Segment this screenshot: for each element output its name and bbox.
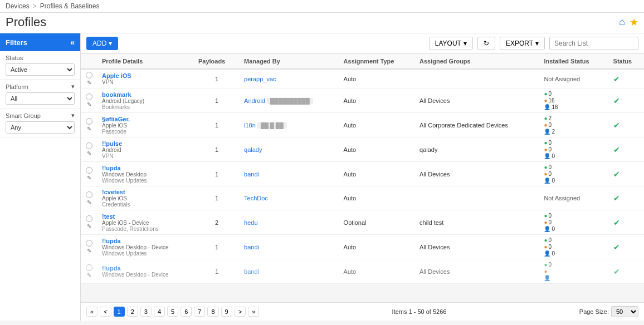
edit-icon[interactable]: ✎ xyxy=(87,248,91,254)
row-controls: ✎ xyxy=(81,210,97,235)
search-input[interactable] xyxy=(549,37,638,50)
row-radio[interactable] xyxy=(86,191,92,198)
page-9-button[interactable]: 9 xyxy=(221,307,232,317)
row-controls: ✎ xyxy=(81,69,97,88)
edit-icon[interactable]: ✎ xyxy=(87,101,91,107)
profile-name[interactable]: !test xyxy=(102,213,189,220)
row-radio[interactable] xyxy=(86,215,92,222)
profile-details-cell: !cvetest Apple iOS Credentials xyxy=(97,186,194,210)
profile-platform: Android (Legacy) xyxy=(102,98,189,104)
page-next-button[interactable]: > xyxy=(235,307,246,317)
row-radio[interactable] xyxy=(86,142,92,149)
sidebar-header: Filters « xyxy=(0,33,80,51)
installed-status-cell: Not Assigned xyxy=(539,69,608,88)
status-cell: ✔ xyxy=(609,88,644,113)
status-ok-icon: ✔ xyxy=(613,96,620,105)
profile-name[interactable]: Apple iOS xyxy=(102,72,189,79)
profile-type: Windows Updates xyxy=(102,178,189,184)
installed-status-cell: Not Assigned xyxy=(539,186,608,210)
page-last-button[interactable]: » xyxy=(248,307,259,317)
filter-smartgroup-select[interactable]: Any xyxy=(6,121,75,134)
assignment-type-cell: Auto xyxy=(339,235,415,259)
status-num-person: 👤2 xyxy=(544,129,604,135)
status-num-green: ●0 xyxy=(544,91,604,97)
profile-name[interactable]: !!pulse xyxy=(102,140,189,147)
page-first-button[interactable]: « xyxy=(86,307,97,317)
col-profile-details: Profile Details xyxy=(97,54,194,69)
page-8-button[interactable]: 8 xyxy=(207,307,218,317)
assigned-groups-cell: All Devices xyxy=(415,235,539,259)
breadcrumb-devices[interactable]: Devices xyxy=(6,2,30,10)
edit-icon[interactable]: ✎ xyxy=(87,126,91,132)
row-radio[interactable] xyxy=(86,72,92,78)
status-num-orange: ●0 xyxy=(544,244,604,250)
filter-platform-label: Platform ▾ xyxy=(6,83,75,90)
assignment-type-cell: Auto xyxy=(339,186,415,210)
row-controls: ✎ xyxy=(81,162,97,186)
breadcrumb-profiles: Profiles & Baselines xyxy=(40,2,100,10)
page-3-button[interactable]: 3 xyxy=(140,307,152,317)
export-arrow: ▾ xyxy=(535,40,539,47)
profile-name[interactable]: !!upda xyxy=(102,165,189,171)
page-7-button[interactable]: 7 xyxy=(194,307,205,317)
page-header: Profiles ⌂ ★ xyxy=(0,13,644,33)
status-num-person: 👤0 xyxy=(544,226,604,232)
refresh-icon: ↻ xyxy=(484,40,489,47)
sidebar-collapse-icon[interactable]: « xyxy=(70,38,75,47)
profile-name[interactable]: !cvetest xyxy=(102,189,189,195)
refresh-button[interactable]: ↻ xyxy=(477,37,495,50)
edit-icon[interactable]: ✎ xyxy=(87,199,91,205)
profile-name[interactable]: !!upda xyxy=(102,238,189,244)
row-controls: ✎ xyxy=(81,113,97,137)
status-num-person: 👤16 xyxy=(544,104,604,110)
edit-icon[interactable]: ✎ xyxy=(87,80,91,86)
row-radio[interactable] xyxy=(86,167,92,174)
filter-platform-select[interactable]: All iOS Android Windows xyxy=(6,92,75,105)
profile-platform: VPN xyxy=(102,79,189,85)
filter-status-group: Status Active Inactive xyxy=(0,51,80,80)
payloads-cell: 1 xyxy=(194,259,240,284)
managed-by-cell: TechDoc xyxy=(240,186,339,210)
sidebar-title: Filters xyxy=(6,38,27,47)
profile-name[interactable]: bookmark xyxy=(102,91,189,98)
star-icon[interactable]: ★ xyxy=(630,16,638,28)
layout-label: LAYOUT xyxy=(435,40,461,47)
edit-icon[interactable]: ✎ xyxy=(87,150,91,156)
col-status: Status xyxy=(609,54,644,69)
assigned-groups-cell xyxy=(415,186,539,210)
profile-name[interactable]: §øfíiaGer. xyxy=(102,116,189,122)
page-4-button[interactable]: 4 xyxy=(154,307,165,317)
row-radio[interactable] xyxy=(86,240,92,247)
page-prev-button[interactable]: < xyxy=(100,307,111,317)
profile-type: Bookmarks xyxy=(102,104,189,110)
row-controls: ✎ xyxy=(81,88,97,113)
export-button[interactable]: EXPORT ▾ xyxy=(500,37,545,50)
edit-icon[interactable]: ✎ xyxy=(87,272,91,278)
row-radio[interactable] xyxy=(86,264,92,271)
filter-status-select[interactable]: Active Inactive xyxy=(6,63,75,76)
profile-details-cell: §øfíiaGer. Apple iOS Passcode xyxy=(97,113,194,137)
filter-smartgroup-label: Smart Group ▾ xyxy=(6,112,75,119)
status-ok-icon: ✔ xyxy=(613,145,620,154)
profile-name[interactable]: !!upda xyxy=(102,265,189,272)
profile-details-cell: !test Apple iOS - Device Passcode, Restr… xyxy=(97,210,194,235)
page-2-button[interactable]: 2 xyxy=(127,307,138,317)
table-row: ✎!!upda Windows Desktop - Device Windows… xyxy=(81,235,644,259)
row-controls: ✎ xyxy=(81,137,97,162)
edit-icon[interactable]: ✎ xyxy=(87,175,91,181)
status-ok-icon: ✔ xyxy=(613,243,620,252)
row-radio[interactable] xyxy=(86,118,92,125)
assigned-groups-cell: All Devices xyxy=(415,259,539,284)
profile-details-cell: bookmark Android (Legacy) Bookmarks xyxy=(97,88,194,113)
page-5-button[interactable]: 5 xyxy=(167,307,178,317)
layout-button[interactable]: LAYOUT ▾ xyxy=(429,37,473,50)
status-num-orange: ●0 xyxy=(544,171,604,177)
add-button[interactable]: ADD ▾ xyxy=(86,37,118,50)
home-icon[interactable]: ⌂ xyxy=(619,16,625,28)
table-header-row: Profile Details Payloads Managed By Assi… xyxy=(81,54,644,69)
row-radio[interactable] xyxy=(86,93,92,100)
page-size-select[interactable]: 50 25 100 xyxy=(611,306,638,317)
edit-icon[interactable]: ✎ xyxy=(87,223,91,229)
page-1-button[interactable]: 1 xyxy=(114,307,125,317)
page-6-button[interactable]: 6 xyxy=(180,307,192,317)
